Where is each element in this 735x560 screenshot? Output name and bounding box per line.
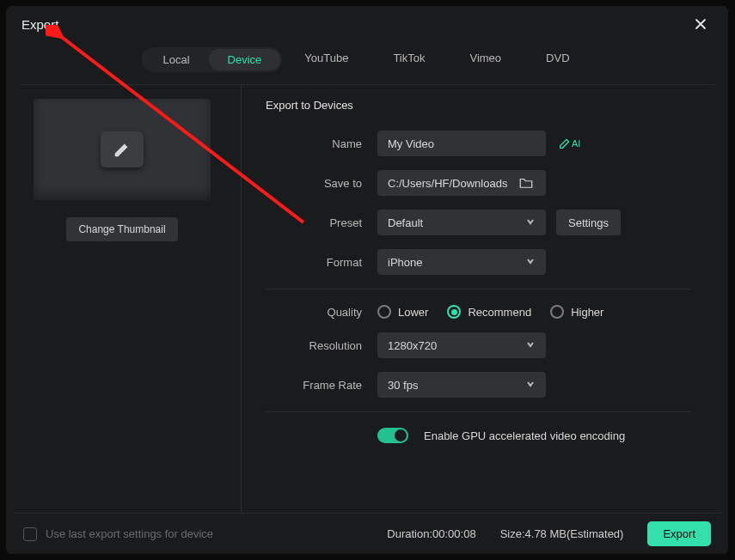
change-thumbnail-button[interactable]: Change Thumbnail <box>66 217 178 241</box>
export-dialog: Export Local Device YouTube TikTok Vimeo… <box>6 6 728 554</box>
resolution-select[interactable]: 1280x720 <box>377 332 546 358</box>
export-tabs: Local Device YouTube TikTok Vimeo DVD <box>6 47 728 72</box>
name-input[interactable] <box>377 131 546 156</box>
format-value: iPhone <box>388 256 422 269</box>
quality-higher-radio[interactable]: Higher <box>550 305 603 319</box>
divider <box>266 411 690 412</box>
preset-settings-button[interactable]: Settings <box>556 210 621 235</box>
name-label: Name <box>266 137 377 150</box>
thumbnail-preview[interactable] <box>34 99 211 200</box>
section-title: Export to Devices <box>266 99 690 112</box>
folder-icon[interactable] <box>518 175 534 191</box>
tab-dvd[interactable]: DVD <box>524 47 591 72</box>
resolution-label: Resolution <box>266 339 377 352</box>
tab-local[interactable]: Local <box>144 49 208 70</box>
quality-label: Quality <box>266 306 377 319</box>
tab-vimeo[interactable]: Vimeo <box>447 47 524 72</box>
format-select[interactable]: iPhone <box>377 249 546 275</box>
quality-radios: Lower Recommend Higher <box>377 305 603 319</box>
window-title: Export <box>21 17 58 32</box>
framerate-label: Frame Rate <box>266 379 377 392</box>
save-label: Save to <box>266 177 377 190</box>
export-form: Export to Devices Name AI Save to Preset… <box>242 85 714 513</box>
divider <box>266 289 690 289</box>
use-last-settings-checkbox[interactable] <box>23 527 37 541</box>
tab-youtube[interactable]: YouTube <box>282 47 371 72</box>
preset-label: Preset <box>266 216 377 229</box>
tab-tiktok[interactable]: TikTok <box>371 47 447 72</box>
export-button[interactable]: Export <box>647 521 711 546</box>
chevron-down-icon <box>525 339 536 352</box>
preset-value: Default <box>388 216 423 229</box>
quality-lower-radio[interactable]: Lower <box>377 305 428 319</box>
thumbnail-panel: Change Thumbnail <box>20 85 242 513</box>
use-last-settings-label: Use last export settings for device <box>46 527 213 540</box>
duration-stat: Duration:00:00:08 <box>387 527 475 540</box>
size-stat: Size:4.78 MB(Estimated) <box>500 527 624 540</box>
tab-device[interactable]: Device <box>209 49 281 70</box>
edit-thumbnail-icon <box>101 131 144 167</box>
chevron-down-icon <box>525 216 536 229</box>
gpu-label: Enable GPU accelerated video encoding <box>424 429 625 442</box>
ai-rename-icon[interactable]: AI <box>558 137 580 150</box>
chevron-down-icon <box>525 379 536 392</box>
gpu-toggle[interactable] <box>377 428 408 443</box>
chevron-down-icon <box>525 256 536 269</box>
resolution-value: 1280x720 <box>388 339 437 352</box>
framerate-value: 30 fps <box>388 379 418 392</box>
footer: Use last export settings for device Dura… <box>13 513 721 554</box>
framerate-select[interactable]: 30 fps <box>377 372 546 398</box>
tabstrip-inner: Local Device <box>142 47 282 72</box>
format-label: Format <box>266 256 377 269</box>
titlebar: Export <box>6 6 728 42</box>
quality-recommend-radio[interactable]: Recommend <box>447 305 531 319</box>
preset-select[interactable]: Default <box>377 210 546 235</box>
close-icon[interactable] <box>689 12 713 36</box>
